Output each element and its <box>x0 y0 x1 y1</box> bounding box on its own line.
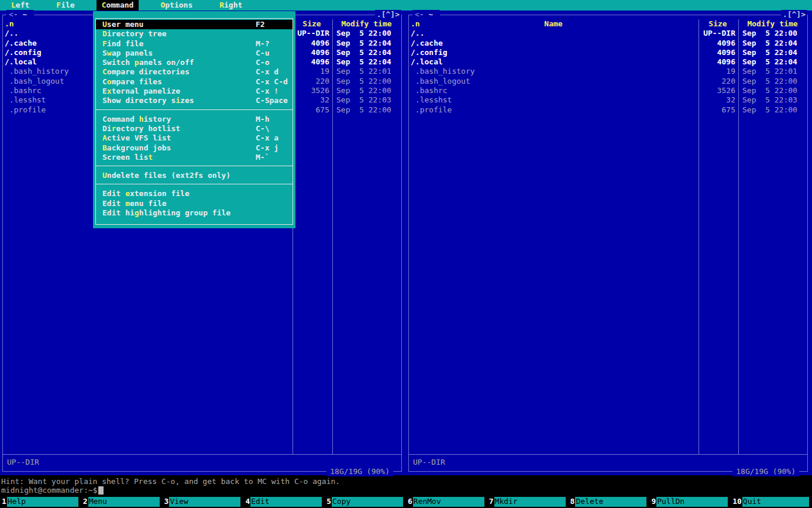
history-back-icon[interactable]: <- <box>9 10 18 19</box>
column-header-modify-time[interactable]: Modify time <box>738 19 807 29</box>
fn-key-mkdir[interactable]: 7Mkdir <box>487 496 569 508</box>
fn-key-view[interactable]: 3View <box>163 496 244 508</box>
menu-item-swap-panels[interactable]: Swap panelsC-u <box>96 49 293 58</box>
sort-indicator: .n <box>411 19 420 29</box>
fn-key-number: 4 <box>243 497 250 507</box>
hotkey-letter: B <box>102 143 107 152</box>
menubar-item-right[interactable]: Right <box>214 0 247 11</box>
file-size: UP--DIR <box>698 29 738 38</box>
file-list-right: .nNameSizeModify time/..UP--DIRSep 5 22:… <box>409 19 807 115</box>
menu-item-show-directory-sizes[interactable]: Show directory sizesC-Space <box>96 96 293 105</box>
label-pre: S <box>102 49 107 57</box>
menu-item-shortcut <box>256 189 288 198</box>
fn-key-delete[interactable]: 8Delete <box>569 496 650 508</box>
menu-item-edit-highlighting-group-file[interactable]: Edit highlighting group file <box>96 208 293 218</box>
menubar-item-file[interactable]: File <box>51 0 80 11</box>
label-post: enu file <box>130 199 167 208</box>
menu-item-switch-panels-on-off[interactable]: Switch panels on/offC-o <box>96 58 293 67</box>
fn-key-pulldn[interactable]: 9PullDn <box>649 496 731 508</box>
panel-history-back-button[interactable]: <- ~ <box>6 10 34 19</box>
menu-item-compare-files[interactable]: Compare filesC-x C-d <box>96 77 293 87</box>
hotkey-letter: p <box>135 58 139 67</box>
fn-key-help[interactable]: 1Help <box>0 496 81 508</box>
hotkey-letter: D <box>102 29 107 38</box>
shell-prompt: midnight@commander:~$ <box>1 486 97 495</box>
column-header-modify-time[interactable]: Modify time <box>332 19 401 29</box>
fn-key-quit[interactable]: 10Quit <box>731 496 812 508</box>
menu-item-undelete-files-ext2fs-only[interactable]: Undelete files (ext2fs only) <box>96 171 293 180</box>
label-pre: Edit <box>102 199 125 208</box>
file-row-bashrc[interactable]: .bashrc3526Sep 5 22:00 <box>409 86 807 95</box>
hotkey-letter: F <box>56 1 61 9</box>
fn-key-number: 5 <box>325 497 332 507</box>
hotkey-letter: o <box>107 77 112 86</box>
panel-up-dir-button[interactable]: .[^]> <box>375 10 401 19</box>
menu-item-screen-list[interactable]: Screen listM-` <box>96 153 293 162</box>
file-name: .profile <box>409 105 698 115</box>
column-header-size[interactable]: Size <box>698 19 738 29</box>
fn-key-copy[interactable]: 5Copy <box>325 496 406 508</box>
fn-key-number: 2 <box>81 497 88 507</box>
fn-key-renmov[interactable]: 6RenMov <box>406 496 487 508</box>
menubar-item-options[interactable]: Options <box>155 0 198 11</box>
file-size: 4096 <box>698 48 738 57</box>
menu-item-directory-hotlist[interactable]: Directory hotlistC-\ <box>96 124 293 133</box>
fn-key-label: Delete <box>575 497 646 507</box>
menu-item-shortcut: C-u <box>256 49 288 58</box>
menubar-item-left[interactable]: Left <box>6 0 35 11</box>
menu-separator <box>96 106 293 110</box>
fn-key-number: 7 <box>487 497 494 507</box>
menu-item-compare-directories[interactable]: Compare directoriesC-x d <box>96 67 293 77</box>
label-pre: C <box>102 77 107 86</box>
column-header-size[interactable]: Size <box>292 19 332 29</box>
menu-item-user-menu[interactable]: User menuF2 <box>96 20 293 29</box>
file-row-local[interactable]: /.local4096Sep 5 22:04 <box>409 57 807 67</box>
menu-item-edit-menu-file[interactable]: Edit menu file <box>96 199 293 208</box>
fn-key-number: 3 <box>163 497 170 507</box>
menu-item-background-jobs[interactable]: Background jobsC-x j <box>96 143 293 153</box>
menu-item-label: Swap panels <box>102 49 256 58</box>
file-modify-time: Sep 5 22:03 <box>738 95 807 105</box>
menu-item-shortcut <box>256 208 288 218</box>
menu-item-shortcut: C-Space <box>256 96 288 105</box>
menu-item-directory-tree[interactable]: Directory tree <box>96 29 293 39</box>
file-row-profile[interactable]: .profile675Sep 5 22:00 <box>409 105 807 115</box>
file-row-bash-logout[interactable]: .bash_logout220Sep 5 22:00 <box>409 77 807 86</box>
sort-indicator: .n <box>5 19 14 29</box>
mini-status: UP--DIR <box>413 458 445 467</box>
fn-key-menu[interactable]: 2Menu <box>81 496 163 508</box>
disk-usage: 18G/19G (90%) <box>732 467 799 476</box>
menu-item-external-panelize[interactable]: External panelizeC-x ! <box>96 87 293 96</box>
menu-item-find-file[interactable]: Find fileM-? <box>96 39 293 49</box>
label-pre: Switch <box>102 58 135 67</box>
fn-key-edit[interactable]: 4Edit <box>243 496 325 508</box>
menu-item-edit-extension-file[interactable]: Edit extension file <box>96 189 293 198</box>
file-size: 32 <box>698 95 738 105</box>
menubar-item-command[interactable]: Command <box>97 0 139 11</box>
menu-item-shortcut <box>256 199 288 208</box>
file-row-bash-history[interactable]: .bash_history19Sep 5 22:01 <box>409 67 807 76</box>
history-back-icon[interactable]: <- <box>415 10 424 19</box>
file-list-header: .nNameSizeModify time <box>409 19 807 29</box>
file-row-config[interactable]: /.config4096Sep 5 22:04 <box>409 48 807 57</box>
menu-item-command-history[interactable]: Command historyM-h <box>96 115 293 124</box>
menu-item-shortcut: C-x C-d <box>256 77 288 87</box>
column-header-name[interactable]: .nName <box>409 19 698 29</box>
menu-item-shortcut: C-x d <box>256 67 288 77</box>
file-name: /.cache <box>409 39 698 48</box>
shell-prompt-line[interactable]: midnight@commander:~$ <box>1 486 104 495</box>
menu-item-active-vfs-list[interactable]: Active VFS listC-x a <box>96 133 293 143</box>
label-pre: Command <box>102 115 139 123</box>
file-row-[interactable]: /..UP--DIRSep 5 22:00 <box>409 29 807 38</box>
menu-item-shortcut: C-\ <box>256 124 288 133</box>
hotkey-letter: U <box>102 20 107 29</box>
panel-history-back-button[interactable]: <- ~ <box>412 10 440 19</box>
file-row-cache[interactable]: /.cache4096Sep 5 22:04 <box>409 39 807 48</box>
column-header-name-label: Name <box>544 19 562 28</box>
file-row-lesshst[interactable]: .lesshst32Sep 5 22:03 <box>409 95 807 105</box>
label-post: ectory hotlist <box>116 124 180 133</box>
file-modify-time: Sep 5 22:04 <box>332 48 401 57</box>
panel-up-dir-button[interactable]: .[^]> <box>781 10 807 19</box>
terminal-cursor[interactable] <box>98 486 104 495</box>
file-modify-time: Sep 5 22:00 <box>332 86 401 95</box>
